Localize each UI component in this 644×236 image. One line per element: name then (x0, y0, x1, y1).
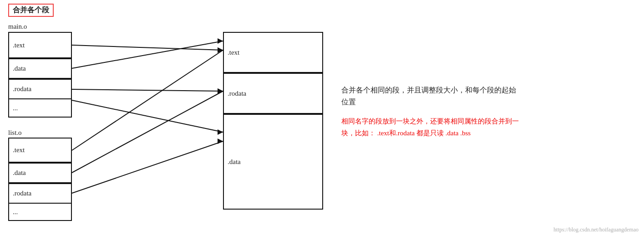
svg-marker-13 (218, 139, 223, 144)
desc-red-text: 相同名字的段放到一块之外，还要将相同属性的段合并到一块，比如： .text和.r… (341, 116, 519, 139)
label-list: list.o (8, 129, 22, 137)
main-data-seg: .data (8, 58, 72, 79)
desc-main-text: 合并各个相同的段，并且调整段大小，和每个段的起始位置 (341, 84, 519, 108)
main-dots-seg: ... (8, 99, 72, 118)
svg-line-6 (72, 141, 223, 193)
list-text-seg: .text (8, 138, 72, 163)
out-rodata-seg: .rodata (223, 73, 323, 114)
out-data-seg: .data (223, 114, 323, 210)
svg-marker-10 (218, 129, 223, 135)
svg-marker-12 (218, 88, 223, 94)
list-data-seg: .data (8, 163, 72, 183)
svg-line-4 (72, 50, 223, 150)
svg-marker-9 (218, 88, 223, 94)
description-area: 合并各个相同的段，并且调整段大小，和每个段的起始位置 相同名字的段放到一块之外，… (341, 84, 519, 139)
svg-marker-8 (218, 38, 223, 44)
list-dots-seg: ... (8, 204, 72, 221)
svg-line-5 (72, 91, 223, 173)
svg-marker-11 (218, 47, 223, 53)
svg-line-1 (72, 41, 223, 68)
main-text-seg: .text (8, 32, 72, 58)
list-rodata-seg: .rodata (8, 183, 72, 204)
main-rodata-seg: .rodata (8, 79, 72, 99)
page-title: 合并各个段 (8, 4, 54, 17)
svg-marker-7 (218, 47, 223, 53)
svg-line-3 (72, 100, 223, 132)
watermark: https://blog.csdn.net/hoifaguangdemao (553, 226, 639, 233)
label-main: main.o (8, 23, 27, 31)
svg-line-0 (72, 45, 223, 50)
svg-line-2 (72, 89, 223, 91)
out-text-seg: .text (223, 32, 323, 73)
